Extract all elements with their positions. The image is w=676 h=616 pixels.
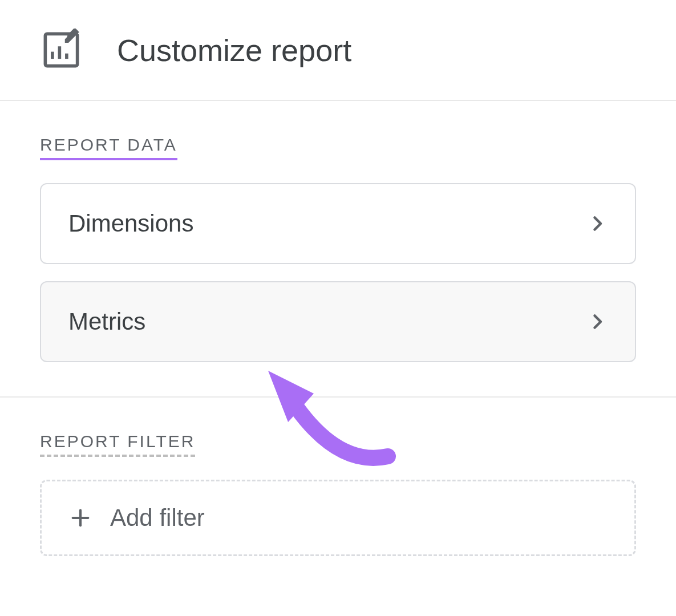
report-filter-section: REPORT FILTER Add filter (0, 398, 676, 573)
add-filter-label: Add filter (110, 504, 205, 532)
plus-icon (69, 506, 92, 529)
section-label-report-filter: REPORT FILTER (40, 432, 195, 457)
header: Customize report (0, 0, 676, 101)
dimensions-label: Dimensions (68, 210, 193, 237)
chevron-right-icon (587, 213, 608, 234)
section-label-report-data: REPORT DATA (40, 135, 177, 160)
metrics-row[interactable]: Metrics (40, 281, 636, 362)
add-filter-button[interactable]: Add filter (40, 480, 636, 556)
metrics-label: Metrics (68, 308, 145, 335)
customize-report-icon (40, 29, 83, 71)
report-data-section: REPORT DATA Dimensions Metrics (0, 101, 676, 398)
chevron-right-icon (587, 311, 608, 332)
page-title: Customize report (117, 33, 351, 68)
dimensions-row[interactable]: Dimensions (40, 183, 636, 264)
